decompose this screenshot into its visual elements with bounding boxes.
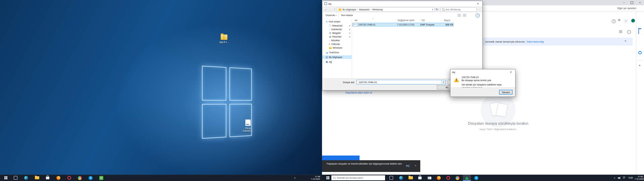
forward-icon[interactable]: → — [328, 8, 332, 11]
error-close-icon[interactable]: × — [506, 69, 515, 75]
sidebar-item-videos[interactable]: ▶ Videolar — [322, 42, 352, 46]
opera-icon[interactable] — [65, 175, 73, 181]
up-icon[interactable]: ↑ — [332, 8, 337, 11]
error-file-name: 100720-7046-01 — [462, 76, 479, 78]
other-bookmarks-label[interactable]: Diğer yer işaretleri — [617, 7, 636, 9]
firefox-icon[interactable] — [435, 175, 443, 181]
tray-chevron-icon[interactable]: ∧ — [292, 175, 297, 181]
chrome-icon[interactable] — [453, 175, 462, 181]
pin-icon — [349, 28, 351, 30]
banner-more-info-link[interactable]: Daha fazla bilgi — [527, 40, 544, 43]
edge-icon[interactable] — [397, 175, 405, 181]
banner-close-icon[interactable]: × — [625, 39, 626, 43]
dialog-titlebar[interactable]: Aç × — [322, 1, 482, 6]
sidebar-item-desktop[interactable]: ▢ Masaüstü — [322, 24, 352, 27]
notification-toast: Paylaşılan dosyalar ve önemli etkinlikle… — [322, 160, 420, 172]
chevron-down-icon[interactable]: ▾ — [432, 8, 433, 11]
column-header-type[interactable]: Tür — [421, 19, 425, 21]
gear-icon[interactable]: ⚙ — [618, 18, 621, 22]
start-button[interactable] — [324, 175, 331, 181]
taskbar-clock[interactable]: 17:48 7.10.2020 — [305, 175, 320, 181]
breadcrumb-minidump[interactable]: Minidump — [372, 8, 383, 11]
start-button[interactable] — [2, 175, 9, 181]
store-icon[interactable] — [44, 175, 52, 181]
maximize-button[interactable] — [628, 0, 636, 5]
view-list-icon[interactable] — [458, 14, 461, 17]
video-icon: ▶ — [329, 43, 330, 45]
back-icon[interactable]: ← — [324, 8, 328, 11]
mail-icon[interactable] — [425, 175, 433, 181]
toast-enable-button[interactable]: AÇ — [406, 164, 410, 167]
tray-chevron-icon[interactable]: ∧ — [612, 175, 616, 181]
account-avatar[interactable] — [631, 19, 635, 22]
sidebar-item-documents[interactable]: ▤ Belgeler — [322, 31, 352, 35]
buy-storage-link[interactable]: Depolama alanı satın al — [345, 91, 372, 94]
explorer-search-input[interactable]: Ara: Minidump — [440, 7, 477, 12]
desktop-icon-document[interactable]: 05mg Edinilen... — [235, 119, 261, 132]
view-details-icon[interactable] — [463, 14, 466, 17]
divider — [338, 13, 339, 17]
sidebar-item-network[interactable]: ▦ Ağ — [322, 60, 352, 64]
desktop-icon-npp[interactable]: npp.8.1... — [211, 35, 237, 44]
cloud-icon: ☁ — [326, 51, 328, 54]
sidebar-item-windows[interactable]: Windows — [322, 46, 352, 50]
breadcrumb-this-pc[interactable]: Bu bilgisayar — [342, 8, 356, 11]
ok-button[interactable]: Tamam — [499, 90, 513, 95]
apps-grid-icon[interactable] — [625, 19, 627, 22]
pin-icon — [349, 32, 351, 34]
filename-input[interactable]: 100720-7046-01 ▾ — [357, 80, 446, 84]
volume-icon[interactable] — [617, 175, 621, 181]
drive-icon[interactable] — [463, 175, 471, 181]
sidebar-item-onedrive[interactable]: ☁ OneDrive — [322, 51, 352, 54]
file-explorer-icon[interactable] — [33, 175, 41, 181]
close-button[interactable]: × — [636, 0, 644, 5]
taskbar-secondary: S N ∧ 17:48 7.10.2020 — [0, 175, 322, 181]
sidebar-item-downloads[interactable]: ↓ İndirilenler — [322, 27, 352, 31]
network-icon[interactable] — [622, 175, 626, 181]
file-row[interactable]: 100720-7046-01 7.10.2020 17:03 DMP Dosya… — [352, 23, 453, 26]
sidebar-item-music[interactable]: ♪ Müzikler — [322, 39, 352, 42]
taskbar-clock[interactable]: 17:48 7.10.2020 — [635, 175, 643, 181]
edge-icon[interactable] — [22, 175, 30, 181]
add-addons-icon[interactable]: + — [639, 64, 641, 67]
breadcrumb-desktop[interactable]: Masaüstü — [359, 8, 370, 11]
help-icon[interactable]: ? — [612, 19, 615, 23]
toast-close-icon[interactable]: × — [415, 164, 416, 167]
calendar-icon[interactable] — [638, 28, 639, 34]
file-explorer-icon[interactable] — [407, 175, 415, 181]
info-icon[interactable]: i — [627, 30, 631, 34]
zip-archive-icon — [221, 35, 227, 40]
skype-icon[interactable]: S — [87, 175, 95, 181]
notepad-icon[interactable]: N — [97, 175, 105, 181]
tasks-icon[interactable] — [638, 51, 642, 54]
show-desktop-button[interactable] — [643, 176, 643, 180]
chevron-down-icon[interactable]: ▾ — [441, 80, 445, 84]
file-name: 100720-7046-01 — [358, 23, 397, 26]
error-footer: Tamam — [450, 87, 515, 97]
new-folder-button[interactable]: Yeni klasör — [341, 14, 353, 17]
store-icon[interactable] — [416, 175, 424, 181]
opera-icon[interactable] — [444, 175, 452, 181]
sidebar-item-this-pc[interactable]: ▥ Bu bilgisayar — [322, 55, 352, 59]
firefox-icon[interactable] — [54, 175, 62, 181]
chrome-icon[interactable] — [76, 175, 84, 181]
column-header-size[interactable]: Boyut — [444, 19, 450, 21]
error-titlebar[interactable]: Aç × — [450, 69, 515, 75]
dialog-close-icon[interactable]: × — [474, 1, 482, 6]
task-view-icon[interactable] — [387, 175, 395, 181]
sidebar-item-quick-access[interactable]: ★ Hızlı erişim — [322, 20, 352, 23]
sidebar-item-pictures[interactable]: ▣ Resimler — [322, 35, 352, 39]
column-header-modified[interactable]: Değiştirme tarihi — [397, 19, 415, 21]
language-indicator[interactable]: TUR — [627, 175, 634, 181]
list-layout-icon[interactable] — [619, 31, 622, 33]
task-view-icon[interactable] — [11, 175, 19, 181]
help-icon[interactable]: ? — [476, 13, 480, 17]
column-header-name[interactable]: Ad — [355, 19, 358, 21]
taskbar-search-input[interactable]: Aramak için buraya yazın — [331, 175, 385, 180]
skype-icon[interactable]: S — [472, 175, 480, 181]
organize-button[interactable]: Düzenle — [326, 14, 335, 17]
breadcrumb[interactable]: Bu bilgisayar › Masaüstü › Minidump ▾ — [337, 7, 435, 12]
minimize-button[interactable]: – — [620, 0, 628, 5]
drive-empty-title: Dosyaları buraya sürükleyip bırakın — [444, 121, 552, 125]
refresh-icon[interactable]: ↻ — [435, 8, 439, 11]
